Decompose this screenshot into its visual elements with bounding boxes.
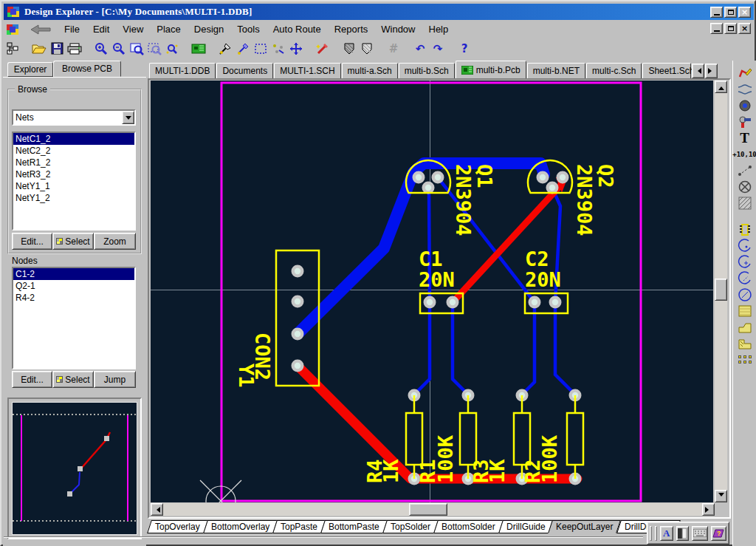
place-coordinate-icon[interactable]: +10,10 [735, 146, 755, 163]
menu-view[interactable]: View [116, 22, 150, 36]
node-select-button[interactable]: Select [52, 371, 94, 388]
help-icon[interactable]: ? [456, 40, 473, 57]
place-full-circle-icon[interactable] [735, 287, 755, 303]
explorer-toggle-icon[interactable] [4, 40, 21, 57]
tab-explorer[interactable]: Explorer [7, 62, 53, 77]
scroll-down-button[interactable] [715, 490, 727, 502]
doc-tab-scroll-left[interactable] [692, 64, 704, 78]
scroll-right-button[interactable] [702, 503, 715, 516]
horizontal-scrollbar[interactable] [151, 503, 715, 516]
undo-icon[interactable]: ↶ [411, 40, 429, 57]
place-arc-icon[interactable] [735, 81, 755, 98]
node-list[interactable]: C1-2 Q2-1 R4-2 [12, 267, 136, 369]
menu-tools[interactable]: Tools [230, 22, 266, 36]
draw-line-icon[interactable] [234, 40, 252, 57]
menu-file[interactable]: File [58, 22, 86, 36]
board-view-icon[interactable] [190, 40, 207, 57]
doc-tab[interactable]: MULTI-1.DDB [149, 63, 216, 78]
net-list-item[interactable]: NetC2_2 [13, 145, 134, 157]
place-string-icon[interactable]: T [735, 130, 755, 146]
place-track-icon[interactable] [735, 65, 755, 81]
zoom-area-icon[interactable] [145, 40, 163, 57]
doc-tab[interactable]: multi-b.Sch [399, 63, 455, 78]
menu-reports[interactable]: Reports [328, 22, 375, 36]
net-list-item[interactable]: NetY1_2 [13, 192, 134, 204]
contrast-panel-icon[interactable] [676, 526, 690, 541]
node-list-item[interactable]: R4-2 [13, 292, 134, 304]
doc-tab-active[interactable]: multi-b.Pcb [456, 61, 526, 78]
place-component-icon[interactable] [735, 222, 755, 238]
menu-window[interactable]: Window [374, 22, 422, 36]
net-list[interactable]: NetC1_2 NetC2_2 NetR1_2 NetR3_2 NetY1_1 … [12, 132, 136, 231]
move-icon[interactable] [287, 40, 305, 57]
deselect-icon[interactable] [269, 40, 287, 57]
browse-mode-combo[interactable]: Nets [12, 109, 136, 126]
layer-tab[interactable]: BottomPaste [320, 520, 388, 533]
keyboard-icon[interactable] [692, 526, 707, 541]
redo-icon[interactable]: ↷ [429, 40, 447, 57]
place-arc-edge-icon[interactable] [735, 238, 755, 254]
net-list-item[interactable]: NetY1_1 [13, 180, 134, 192]
layer-tab[interactable]: BottomOverlay [203, 520, 278, 533]
layer-tab[interactable]: DrillGuide [498, 520, 554, 533]
menu-help[interactable]: Help [422, 22, 456, 36]
net-zoom-button[interactable]: Zoom [94, 233, 136, 250]
back-arrow-icon[interactable] [30, 24, 52, 35]
menu-place[interactable]: Place [150, 22, 188, 36]
restore-button[interactable] [724, 7, 737, 18]
toolbar-grip[interactable] [650, 526, 652, 541]
help-book-icon[interactable]: ? [711, 526, 726, 541]
grid-toggle-icon[interactable]: # [385, 40, 402, 57]
menu-autoroute[interactable]: Auto Route [267, 22, 328, 36]
node-list-item[interactable]: Q2-1 [13, 280, 134, 292]
mdi-minimize-button[interactable] [710, 23, 723, 34]
layer-tab[interactable]: TopSolder [382, 520, 439, 533]
doc-tab[interactable]: multi-b.NET [527, 63, 585, 78]
doc-tab[interactable]: MULTI-1.SCH [274, 63, 340, 78]
document-icon[interactable] [6, 24, 19, 35]
place-pad-icon[interactable] [735, 98, 755, 114]
combo-dropdown-button[interactable] [122, 111, 134, 124]
print-icon[interactable] [66, 40, 83, 57]
annotate-a-icon[interactable]: A [660, 526, 673, 541]
scroll-left-button[interactable] [151, 503, 163, 516]
mdi-close-button[interactable]: × [738, 23, 751, 34]
place-arc-angle-icon[interactable] [735, 270, 755, 287]
layer-tab-active[interactable]: KeepOutLayer [548, 520, 621, 533]
net-list-item[interactable]: NetR1_2 [13, 157, 134, 168]
open-document-icon[interactable] [30, 40, 48, 57]
node-edit-button[interactable]: Edit... [12, 371, 52, 388]
place-arc-center-icon[interactable] [735, 254, 755, 270]
scroll-up-button[interactable] [715, 81, 727, 93]
zoom-point-icon[interactable] [163, 40, 181, 57]
place-polygon-icon[interactable] [735, 319, 755, 335]
doc-tab[interactable]: multi-c.Sch [586, 63, 642, 78]
save-icon[interactable] [48, 40, 66, 57]
place-pad-array-icon[interactable] [735, 352, 755, 368]
doc-tab[interactable]: Sheet1.Sch [642, 63, 691, 78]
tab-browse-pcb[interactable]: Browse PCB [53, 61, 121, 77]
zoom-out-icon[interactable] [110, 40, 128, 57]
place-fill-hatched-icon[interactable] [735, 195, 755, 211]
net-list-item[interactable]: NetC1_2 [13, 133, 134, 145]
layer-tab[interactable]: TopPaste [272, 520, 326, 533]
zoom-window-icon[interactable] [128, 40, 145, 57]
menu-edit[interactable]: Edit [86, 22, 116, 36]
wizard-icon[interactable] [314, 40, 331, 57]
knife-icon[interactable] [216, 40, 234, 57]
doc-tab[interactable]: multi-a.Sch [342, 63, 398, 78]
net-preview-map[interactable] [13, 403, 137, 534]
title-bar[interactable]: Design Explorer - [C:\My Documents\MULTI… [4, 4, 754, 20]
net-edit-button[interactable]: Edit... [12, 233, 52, 250]
zoom-in-icon[interactable] [92, 40, 110, 57]
layer-tab[interactable]: TopOverlay [147, 520, 208, 533]
toolbar-grip[interactable] [655, 526, 657, 541]
menu-design[interactable]: Design [188, 22, 230, 36]
node-list-item[interactable]: C1-2 [13, 268, 134, 280]
doc-tab-scroll-right[interactable] [705, 64, 718, 78]
mdi-restore-button[interactable] [724, 23, 737, 34]
vertical-scroll-thumb[interactable] [715, 279, 727, 301]
place-dimension-icon[interactable] [735, 163, 755, 179]
floating-mini-toolbar[interactable]: A ? [647, 522, 729, 545]
doc-tab[interactable]: Documents [216, 63, 273, 78]
